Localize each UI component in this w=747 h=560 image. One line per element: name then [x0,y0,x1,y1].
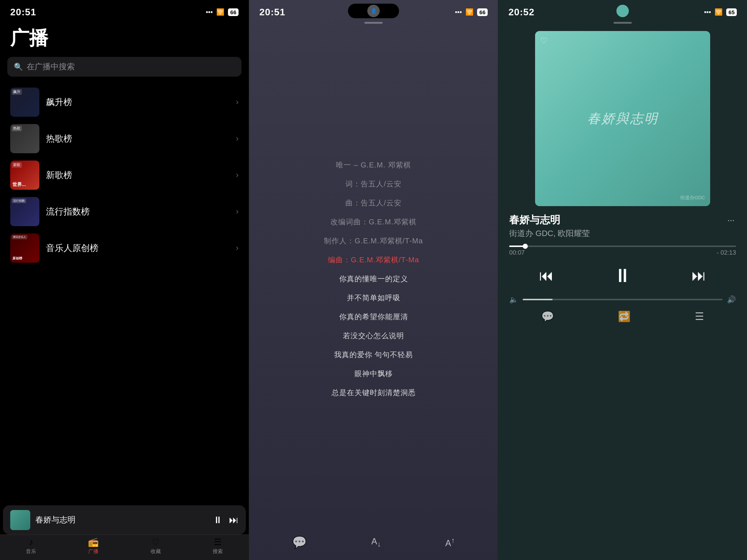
favorites-tab-icon: ♡ [152,537,160,547]
lyrics-panel: 20:51 👤 ▪▪▪ 🛜 66 唯一 – G.E.M. 邓紫棋 词：告五人/云… [249,0,498,560]
thumb-badge-3: 新歌 [12,162,22,168]
font-increase-button[interactable]: A↑ [445,536,455,548]
wifi-icon-1: 🛜 [216,8,224,16]
mini-player-controls: ⏸ ⏭ [213,514,239,526]
chart-name-1: 飙升榜 [46,96,229,108]
progress-thumb [523,244,528,249]
heart-icon: ♡ [540,36,547,46]
chart-thumb-2: 热歌 [10,124,39,153]
mini-next-button[interactable]: ⏭ [229,514,239,526]
mini-pause-button[interactable]: ⏸ [213,514,222,526]
thumb-badge-4: 流行指数 [12,198,26,203]
prev-button[interactable]: ⏮ [539,267,554,284]
dynamic-island-3 [597,4,648,18]
battery-2: 66 [477,8,488,16]
volume-max-icon: 🔊 [727,295,736,304]
track-info-text: 春娇与志明 街道办 GDC, 欧阳耀莹 [509,213,590,239]
chevron-icon-1: › [236,97,239,107]
status-bar-3: 20:52 ▪▪▪ 🛜 65 [498,0,747,22]
radio-tab-label: 广播 [88,548,98,555]
tab-favorites[interactable]: ♡ 收藏 [151,537,161,555]
status-right-3: ▪▪▪ 🛜 65 [704,8,737,16]
status-bar-1: 20:51 ▪▪▪ 🛜 66 [0,0,249,22]
tab-radio[interactable]: 📻 广播 [88,537,99,555]
chart-item-2[interactable]: 热歌 热歌榜 › [0,120,249,157]
progress-bar[interactable] [509,246,736,247]
lyric-line-6: 编曲：G.E.M.邓紫棋/T-Ma [328,252,419,268]
chart-name-4: 流行指数榜 [46,206,229,217]
chart-name-3: 新歌榜 [46,169,229,181]
chart-item-1[interactable]: 飙升 飙升榜 › [0,84,249,120]
next-button[interactable]: ⏭ [692,267,706,284]
chevron-icon-2: › [236,134,239,143]
chart-thumb-5: 腾讯音乐人 原创榜 [10,233,39,263]
progress-times: 00:07 - 02:13 [509,249,736,256]
chart-item-3[interactable]: 新歌 世界... 新歌榜 › [0,157,249,193]
progress-fill [509,246,525,247]
album-art-container: ♡ 春娇與志明 街道办GDC [509,31,736,206]
chart-thumb-3: 新歌 世界... [10,161,39,190]
status-time-3: 20:52 [508,7,535,18]
search-bar-radio[interactable]: 🔍 在广播中搜索 [7,57,241,77]
chart-info-2: 热歌榜 [46,133,229,144]
page-title-radio: 广播 [0,22,249,57]
track-title: 春娇与志明 [509,213,590,227]
mini-player-title: 春娇与志明 [35,514,208,525]
now-playing-content: ♡ 春娇與志明 街道办GDC 春娇与志明 街道办 GDC, 欧阳耀莹 ··· 0… [498,27,747,560]
lyric-line-1: 唯一 – G.E.M. 邓紫棋 [336,157,411,173]
lyric-line-8: 并不简单如呼吸 [347,290,400,306]
more-options-button[interactable]: ··· [726,213,736,227]
playback-controls: ⏮ ⏸ ⏭ [509,264,736,286]
time-current: 00:07 [509,249,525,256]
tab-search[interactable]: ☰ 搜索 [213,537,223,555]
comment-button-lyrics[interactable]: 💬 [292,535,307,549]
chart-name-5: 音乐人原创榜 [46,242,229,254]
search-icon: 🔍 [14,62,23,71]
mini-player[interactable]: 春娇与志明 ⏸ ⏭ [3,505,246,534]
battery-3: 65 [726,8,737,16]
dynamic-island-2: 👤 [348,4,399,18]
time-total: - 02:13 [717,249,736,256]
chart-item-4[interactable]: 流行指数 流行指数榜 › [0,193,249,230]
chevron-icon-5: › [236,243,239,253]
chart-name-2: 热歌榜 [46,133,229,144]
swipe-handle-3 [614,22,632,24]
lyric-line-10: 若没交心怎么说明 [343,328,404,344]
album-art-title-text: 春娇與志明 [587,110,658,128]
chart-info-4: 流行指数榜 [46,206,229,217]
font-decrease-button[interactable]: A↓ [371,536,381,548]
status-right-1: ▪▪▪ 🛜 66 [206,8,239,16]
signal-icon-2: ▪▪▪ [455,8,462,16]
repeat-button[interactable]: 🔁 [618,310,631,323]
status-time-2: 20:51 [259,7,286,18]
music-tab-icon: ♪ [29,537,33,547]
chart-list: 飙升 飙升榜 › 热歌 热歌榜 › 新歌 世界... 新歌榜 › [0,84,249,560]
thumb-badge-2: 热歌 [12,125,22,131]
progress-container[interactable]: 00:07 - 02:13 [509,246,736,256]
chart-info-5: 音乐人原创榜 [46,242,229,254]
lyric-line-9: 你真的希望你能厘清 [339,309,408,325]
player-bottom-controls: 💬 🔁 ☰ [509,307,736,330]
volume-bar[interactable] [523,299,723,300]
status-right-2: ▪▪▪ 🛜 66 [455,8,488,16]
radio-browse-panel: 20:51 ▪▪▪ 🛜 66 广播 🔍 在广播中搜索 飙升 飙升榜 › 热歌 热… [0,0,249,560]
comment-button-player[interactable]: 💬 [541,310,554,323]
mini-player-thumb [10,510,30,530]
status-time-1: 20:51 [10,7,36,18]
chart-item-5[interactable]: 腾讯音乐人 原创榜 音乐人原创榜 › [0,230,249,266]
swipe-handle [364,22,383,24]
tab-bar: ♪ 音乐 📻 广播 ♡ 收藏 ☰ 搜索 [0,534,249,560]
chart-info-1: 飙升榜 [46,96,229,108]
pause-button[interactable]: ⏸ [613,264,632,286]
queue-button[interactable]: ☰ [695,310,704,323]
lyric-line-3: 曲：告五人/云安 [345,195,402,211]
volume-min-icon: 🔈 [509,295,518,304]
radio-tab-icon: 📻 [88,537,99,547]
track-info-row: 春娇与志明 街道办 GDC, 欧阳耀莹 ··· [509,213,736,239]
music-tab-label: 音乐 [26,548,36,555]
chart-thumb-1: 飙升 [10,88,39,117]
status-bar-2: 20:51 👤 ▪▪▪ 🛜 66 [249,0,498,22]
wifi-icon-3: 🛜 [715,8,723,16]
tab-music[interactable]: ♪ 音乐 [26,537,36,555]
battery-1: 66 [228,8,239,16]
